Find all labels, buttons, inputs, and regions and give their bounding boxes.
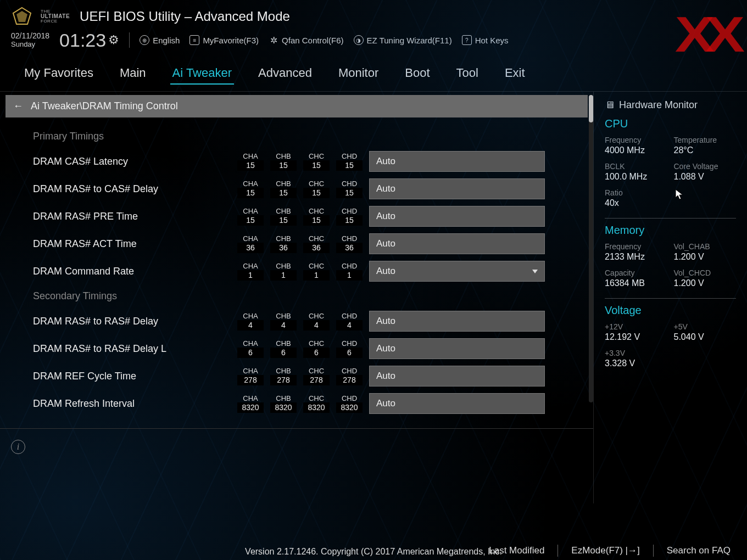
- channel-readout: CHA1: [237, 262, 264, 281]
- header: THE ULTIMATE FORCE UEFI BIOS Utility – A…: [0, 0, 747, 29]
- content-panel: ← Ai Tweaker\DRAM Timing Control Primary…: [0, 92, 593, 503]
- setting-row: DRAM RAS# ACT TimeCHA36CHB36CHC36CHD36Au…: [33, 230, 577, 257]
- channel-group: CHA15CHB15CHC15CHD15: [237, 180, 363, 198]
- channel-readout: CHB15: [270, 180, 297, 198]
- setting-row: DRAM RAS# to RAS# DelayCHA4CHB4CHC4CHD4A…: [33, 307, 577, 335]
- setting-input[interactable]: Auto: [369, 178, 545, 199]
- back-arrow-icon[interactable]: ←: [13, 100, 23, 112]
- wizard-icon: ◑: [354, 35, 364, 45]
- channel-readout: CHB278: [270, 367, 297, 385]
- tab-tool[interactable]: Tool: [454, 63, 481, 85]
- channel-readout: CHA15: [237, 152, 264, 171]
- chevron-down-icon: [532, 270, 538, 273]
- tab-advanced[interactable]: Advanced: [256, 63, 314, 85]
- tab-my-favorites[interactable]: My Favorites: [22, 63, 96, 85]
- monitor-cell: Frequency4000 MHz: [605, 136, 667, 155]
- time-display[interactable]: 01:23 ⚙: [59, 30, 119, 51]
- scrollbar[interactable]: [589, 95, 593, 402]
- setting-input[interactable]: Auto: [369, 206, 545, 227]
- setting-label: DRAM Refresh Interval: [33, 398, 231, 410]
- setting-label: DRAM REF Cycle Time: [33, 371, 231, 382]
- list-icon: ≡: [189, 35, 199, 45]
- question-icon: ?: [462, 35, 472, 45]
- breadcrumb[interactable]: ← Ai Tweaker\DRAM Timing Control: [5, 95, 588, 117]
- monitor-cell: +5V5.040 V: [674, 322, 737, 342]
- channel-readout: CHC1: [303, 262, 330, 281]
- tab-main[interactable]: Main: [118, 63, 148, 85]
- tab-boot[interactable]: Boot: [403, 63, 432, 85]
- tab-monitor[interactable]: Monitor: [336, 63, 381, 85]
- time-text: 01:23: [59, 30, 106, 51]
- channel-readout: CHB1: [270, 262, 297, 281]
- channel-readout: CHA15: [237, 180, 264, 198]
- separator: [129, 32, 130, 48]
- sidebar-title: 🖥 Hardware Monitor: [605, 99, 736, 111]
- monitor-cell: BCLK100.0 MHz: [605, 162, 667, 182]
- setting-input[interactable]: Auto: [369, 366, 545, 387]
- channel-readout: CHD15: [336, 180, 363, 198]
- setting-row: DRAM REF Cycle TimeCHA278CHB278CHC278CHD…: [33, 362, 577, 390]
- monitor-cell: +12V12.192 V: [605, 322, 667, 342]
- setting-row: DRAM CAS# LatencyCHA15CHB15CHC15CHD15Aut…: [33, 148, 577, 175]
- page-title: UEFI BIOS Utility – Advanced Mode: [80, 9, 290, 24]
- channel-readout: CHC15: [303, 180, 330, 198]
- language-button[interactable]: ⊕ English: [140, 35, 180, 45]
- ez-tuning-label: EZ Tuning Wizard(F11): [367, 36, 452, 45]
- settings-list: Primary TimingsDRAM CAS# LatencyCHA15CHB…: [0, 121, 593, 428]
- channel-readout: CHD15: [336, 152, 363, 171]
- tab-exit[interactable]: Exit: [503, 63, 527, 85]
- setting-input[interactable]: Auto: [369, 151, 545, 172]
- sidebar-memory-head: Memory: [605, 224, 736, 237]
- channel-readout: CHA4: [237, 312, 264, 331]
- channel-readout: CHD1: [336, 262, 363, 281]
- sidebar-voltage-head: Voltage: [605, 304, 736, 317]
- setting-input[interactable]: Auto: [369, 338, 545, 359]
- monitor-cell: Vol_CHAB1.200 V: [674, 242, 737, 262]
- myfavorite-button[interactable]: ≡ MyFavorite(F3): [189, 35, 259, 45]
- channel-readout: CHC4: [303, 312, 330, 331]
- hotkeys-button[interactable]: ? Hot Keys: [462, 35, 509, 45]
- gear-icon[interactable]: ⚙: [108, 33, 119, 47]
- setting-dropdown[interactable]: Auto: [369, 261, 545, 282]
- setting-row: DRAM Command RateCHA1CHB1CHC1CHD1Auto: [33, 257, 577, 285]
- channel-readout: CHC278: [303, 367, 330, 385]
- setting-input[interactable]: Auto: [369, 311, 545, 332]
- globe-icon: ⊕: [140, 35, 149, 45]
- channel-group: CHA4CHB4CHC4CHD4: [237, 312, 363, 331]
- setting-label: DRAM RAS# to RAS# Delay L: [33, 343, 231, 355]
- qfan-button[interactable]: ✲ Qfan Control(F6): [269, 35, 344, 45]
- fan-icon: ✲: [269, 35, 278, 45]
- setting-input[interactable]: Auto: [369, 233, 545, 254]
- channel-readout: CHA278: [237, 367, 264, 385]
- channel-readout: CHC15: [303, 207, 330, 226]
- monitor-cell: Capacity16384 MB: [605, 268, 667, 288]
- monitor-cell: Core Voltage1.088 V: [674, 162, 737, 182]
- hotkeys-label: Hot Keys: [475, 36, 509, 45]
- sidebar-cpu-section: CPU Frequency4000 MHzTemperature28°CBCLK…: [605, 117, 736, 208]
- day-text: Sunday: [11, 41, 49, 48]
- setting-row: DRAM RAS# to CAS# DelayCHA15CHB15CHC15CH…: [33, 175, 577, 203]
- channel-readout: CHD8320: [336, 394, 363, 413]
- divider: [605, 298, 736, 299]
- channel-group: CHA36CHB36CHC36CHD36: [237, 234, 363, 253]
- scrollbar-thumb[interactable]: [589, 95, 593, 122]
- channel-readout: CHC36: [303, 234, 330, 253]
- date-text: 02/11/2018: [11, 32, 49, 40]
- channel-group: CHA6CHB6CHC6CHD6: [237, 339, 363, 358]
- setting-input[interactable]: Auto: [369, 393, 545, 414]
- setting-row: DRAM RAS# PRE TimeCHA15CHB15CHC15CHD15Au…: [33, 203, 577, 230]
- channel-readout: CHD6: [336, 339, 363, 358]
- main-tabs: My FavoritesMainAi TweakerAdvancedMonito…: [0, 56, 747, 92]
- channel-readout: CHA6: [237, 339, 264, 358]
- ez-tuning-button[interactable]: ◑ EZ Tuning Wizard(F11): [354, 35, 452, 45]
- channel-readout: CHB36: [270, 234, 297, 253]
- monitor-cell: Vol_CHCD1.200 V: [674, 268, 737, 288]
- myfavorite-label: MyFavorite(F3): [203, 36, 259, 45]
- channel-readout: CHA15: [237, 207, 264, 226]
- monitor-cell: +3.3V3.328 V: [605, 349, 667, 368]
- setting-label: DRAM RAS# to RAS# Delay: [33, 316, 231, 327]
- divider: [605, 218, 736, 219]
- date-block: 02/11/2018 Sunday: [11, 32, 49, 48]
- tab-ai-tweaker[interactable]: Ai Tweaker: [170, 63, 234, 85]
- monitor-cell: Ratio40x: [605, 188, 667, 208]
